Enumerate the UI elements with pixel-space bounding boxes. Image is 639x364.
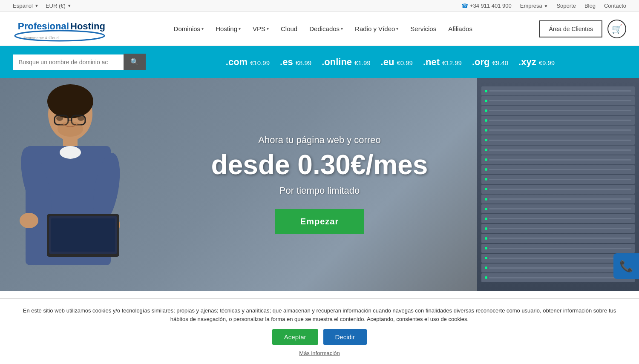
logo[interactable]: Profesional Profesional Hosting Ecommerc… [13, 14, 106, 43]
domain-search-bar: 🔍 .com €10.99 .es €8.99 .online €1.99 .e… [0, 46, 639, 78]
topbar-right: ☎ +34 911 401 900 Empresa ▼ Soporte Blog… [461, 3, 626, 9]
domain-net: .net €12.99 [423, 57, 462, 68]
empezar-button[interactable]: Empezar [275, 209, 364, 234]
search-icon: 🔍 [130, 58, 139, 66]
nav-radio-video[interactable]: Radio y Vídeo ▾ [350, 22, 403, 36]
hero-person-area [0, 78, 145, 291]
nav-hosting[interactable]: Hosting ▾ [210, 22, 246, 36]
rack-unit [481, 195, 635, 203]
float-chat-button[interactable]: 📞 [613, 253, 639, 279]
nav-cloud[interactable]: Cloud [276, 22, 302, 36]
rack-unit [481, 254, 635, 263]
rack-unit [481, 86, 635, 95]
main-nav: Dominios ▾ Hosting ▾ VPS ▾ Cloud Dedicad… [169, 22, 478, 36]
cart-icon: 🛒 [612, 24, 622, 34]
logo-svg: Profesional Profesional Hosting Ecommerc… [13, 14, 106, 42]
currency-label: EUR (€) [46, 3, 66, 9]
vps-arrow-icon: ▾ [267, 26, 269, 31]
svg-point-6 [47, 84, 93, 118]
domain-xyz: .xyz €9.99 [518, 57, 555, 68]
soporte-link[interactable]: Soporte [556, 3, 576, 9]
topbar-left: Español ▼ EUR (€) ▼ [13, 3, 72, 9]
rack-unit [481, 234, 635, 243]
blog-link[interactable]: Blog [584, 3, 596, 9]
domain-search-button[interactable]: 🔍 [124, 54, 146, 70]
rack-unit [481, 185, 635, 194]
header: Profesional Profesional Hosting Ecommerc… [0, 12, 639, 46]
rack-unit [481, 116, 635, 125]
header-right: Área de Clientes 🛒 [539, 20, 626, 38]
rack-unit [481, 135, 635, 144]
domain-search-form: 🔍 [13, 54, 146, 70]
svg-point-10 [60, 146, 81, 159]
nav-vps[interactable]: VPS ▾ [248, 22, 274, 36]
svg-text:Ecommerce & Cloud: Ecommerce & Cloud [23, 36, 59, 40]
hero-title: desde 0.30€/mes [211, 150, 428, 180]
svg-point-13 [20, 213, 38, 228]
domain-es: .es €8.99 [280, 57, 311, 68]
cart-button[interactable]: 🛒 [607, 20, 626, 38]
svg-point-24 [58, 121, 83, 137]
currency-selector[interactable]: EUR (€) ▼ [46, 3, 72, 9]
rack-unit [481, 273, 635, 282]
svg-text:Profesional: Profesional [18, 21, 69, 32]
radio-video-arrow-icon: ▾ [396, 26, 398, 31]
contacto-link[interactable]: Contacto [604, 3, 626, 9]
domain-com: .com €10.99 [226, 57, 270, 68]
svg-rect-18 [51, 218, 115, 252]
hero-subtitle: Ahora tu página web y correo [211, 135, 428, 146]
person-illustration [0, 78, 145, 291]
rack-unit [481, 146, 635, 155]
rack-unit [481, 264, 635, 272]
svg-point-23 [78, 116, 84, 121]
area-clientes-button[interactable]: Área de Clientes [539, 20, 602, 37]
rack-unit [481, 106, 635, 115]
dedicados-arrow-icon: ▾ [341, 26, 343, 31]
rack-unit [481, 155, 635, 164]
rack-unit [481, 96, 635, 105]
hosting-arrow-icon: ▾ [239, 26, 241, 31]
phone-icon: ☎ [461, 3, 468, 9]
domain-search-input[interactable] [13, 54, 124, 70]
topbar: Español ▼ EUR (€) ▼ ☎ +34 911 401 900 Em… [0, 0, 639, 12]
svg-point-22 [56, 116, 63, 121]
hero-content: Ahora tu página web y correo desde 0.30€… [203, 126, 437, 242]
rack-unit [481, 126, 635, 135]
nav-dedicados[interactable]: Dedicados ▾ [304, 22, 348, 36]
rack-unit [481, 224, 635, 233]
nav-servicios[interactable]: Servicios [405, 22, 441, 36]
nav-afiliados[interactable]: Afiliados [443, 22, 478, 36]
svg-text:Hosting: Hosting [70, 21, 105, 32]
domain-eu: .eu €0.99 [381, 57, 413, 68]
dominios-arrow-icon: ▾ [201, 26, 204, 31]
language-selector[interactable]: Español ▼ [13, 3, 39, 9]
rack-unit [481, 204, 635, 213]
currency-arrow-icon: ▼ [67, 3, 72, 8]
hero-description: Por tiempo limitado [211, 185, 428, 196]
rack-unit [481, 244, 635, 253]
domain-org: .org €9.40 [472, 57, 508, 68]
domain-prices: .com €10.99 .es €8.99 .online €1.99 .eu … [154, 57, 626, 68]
rack-unit [481, 165, 635, 174]
language-arrow-icon: ▼ [35, 3, 39, 8]
domain-online: .online €1.99 [322, 57, 370, 68]
nav-dominios[interactable]: Dominios ▾ [169, 22, 209, 36]
chat-phone-icon: 📞 [619, 260, 633, 273]
empresa-arrow-icon: ▼ [544, 4, 548, 9]
phone-display: ☎ +34 911 401 900 [461, 3, 512, 9]
rack-unit [481, 175, 635, 184]
logo-area: Profesional Profesional Hosting Ecommerc… [13, 14, 106, 43]
language-label: Español [13, 3, 33, 9]
rack-unit [481, 214, 635, 223]
hero-section: Ahora tu página web y correo desde 0.30€… [0, 78, 639, 291]
empresa-link[interactable]: Empresa ▼ [520, 3, 548, 9]
